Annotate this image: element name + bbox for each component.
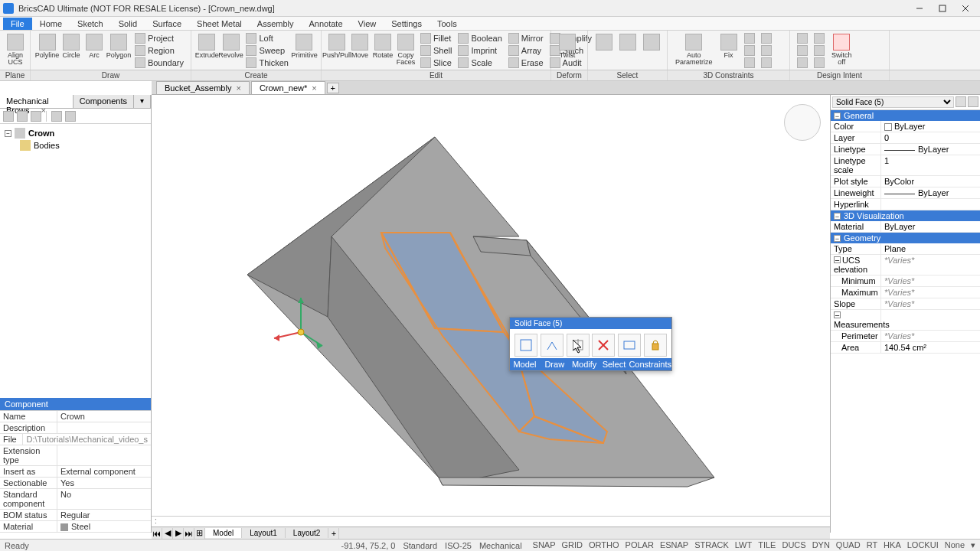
tb-icon-3[interactable] (31, 111, 41, 122)
prop-ext-type[interactable] (57, 445, 151, 465)
align-ucs-button[interactable]: Align UCS (5, 32, 26, 67)
polygon-button[interactable]: Polygon (106, 32, 131, 60)
expander-icon[interactable]: − (5, 130, 11, 137)
layout-tab-1[interactable]: Layout1 (242, 528, 286, 538)
quad-tab-constraints[interactable]: Constraints (629, 358, 671, 370)
menu-sketch[interactable]: Sketch (70, 18, 111, 30)
toggle-polar[interactable]: POLAR (626, 540, 654, 550)
switch-off-button[interactable]: Switch off (828, 32, 855, 67)
section-geometry[interactable]: −Geometry (831, 233, 980, 243)
erase-button[interactable]: Erase (506, 57, 546, 69)
menu-tools[interactable]: Tools (430, 18, 465, 30)
prop-lineweight[interactable]: ByLayer (881, 187, 980, 198)
doc-tab-bucket[interactable]: Bucket_Assembly× (156, 81, 250, 94)
menu-solid[interactable]: Solid (111, 18, 145, 30)
toggle-ducs[interactable]: DUCS (782, 540, 805, 550)
prop-color[interactable]: ByLayer (881, 121, 980, 132)
layout-tab-2[interactable]: Layout2 (286, 528, 329, 538)
toggle-snap[interactable]: SNAP (533, 540, 556, 550)
constraint-6[interactable] (759, 57, 774, 69)
thicken-button[interactable]: Thicken (243, 57, 291, 69)
prop-ltscale[interactable]: 1 (881, 155, 980, 175)
toggle-lockui[interactable]: LOCKUI (907, 540, 939, 550)
mirror-button[interactable]: Mirror (506, 32, 546, 44)
quad-tab-draw[interactable]: Draw (540, 358, 570, 370)
prop-sectionable[interactable]: Yes (57, 478, 151, 488)
close-icon[interactable]: × (236, 83, 240, 93)
sweep-button[interactable]: Sweep (243, 44, 291, 57)
layout-new[interactable]: + (328, 528, 339, 539)
constraint-4[interactable] (759, 32, 774, 44)
quad-delete-button[interactable] (592, 334, 615, 357)
doc-tab-crown[interactable]: Crown_new*× (251, 81, 325, 94)
prop-insert-as[interactable]: External component (57, 466, 151, 477)
scale-button[interactable]: Scale (456, 57, 504, 69)
quad-constraints-button[interactable] (644, 334, 667, 357)
layout-next[interactable]: ▶ (173, 528, 184, 539)
menu-sheetmetal[interactable]: Sheet Metal (189, 18, 250, 30)
intent-2[interactable] (795, 44, 810, 57)
quad-model-button[interactable] (514, 334, 537, 357)
intent-6[interactable] (812, 57, 827, 69)
layout-first[interactable]: ⏮ (152, 528, 162, 539)
shell-button[interactable]: Shell (418, 44, 454, 57)
quad-tab-modify[interactable]: Modify (570, 358, 599, 370)
intent-4[interactable] (812, 32, 827, 44)
toggle-grid[interactable]: GRID (562, 540, 583, 550)
prop-description[interactable] (57, 422, 151, 433)
layout-prev[interactable]: ◀ (162, 528, 173, 539)
primitive-button[interactable]: Primitive (292, 32, 316, 60)
constraint-3[interactable] (742, 57, 757, 69)
region-button[interactable]: Region (132, 44, 186, 57)
revolve-button[interactable]: Revolve (220, 32, 243, 60)
prop-layer[interactable]: 0 (881, 132, 980, 143)
prop-bom-status[interactable]: Regular (57, 510, 151, 520)
toggle-quad[interactable]: QUAD (836, 540, 861, 550)
constraint-2[interactable] (742, 44, 757, 57)
tb-icon-1[interactable] (3, 111, 14, 122)
prop-plotstyle[interactable]: ByColor (881, 176, 980, 187)
close-button[interactable] (954, 1, 977, 16)
array-button[interactable]: Array (506, 44, 546, 57)
viewcube[interactable] (784, 104, 821, 141)
filter-icon[interactable] (956, 96, 966, 107)
section-general[interactable]: −General (831, 110, 980, 121)
select-button-1[interactable] (593, 32, 615, 54)
select-button-2[interactable] (616, 32, 639, 54)
menu-surface[interactable]: Surface (145, 18, 189, 30)
toggle-hka[interactable]: HKA (884, 540, 901, 550)
prop-material[interactable]: Steel (57, 521, 151, 532)
move-button[interactable]: Move (349, 32, 371, 60)
loft-button[interactable]: Loft (243, 32, 291, 44)
tb-icon-2[interactable] (17, 111, 28, 122)
tab-components[interactable]: Components (74, 95, 134, 108)
menu-view[interactable]: View (351, 18, 384, 30)
status-iso[interactable]: ISO-25 (445, 541, 472, 550)
prop-material-viz[interactable]: ByLayer (881, 221, 980, 232)
prop-name[interactable]: Crown (57, 411, 151, 422)
tree-node-bodies[interactable]: Bodies (3, 139, 148, 152)
minimize-button[interactable] (908, 1, 931, 16)
layout-grid[interactable]: ⊞ (194, 528, 205, 539)
toggle-rt[interactable]: RT (867, 540, 877, 550)
constraint-5[interactable] (759, 44, 774, 57)
select-button-3[interactable] (640, 32, 662, 54)
tb-icon-5[interactable] (65, 111, 76, 122)
tab-mechanical-browser[interactable]: Mechanical Brows…× (0, 95, 74, 108)
rotate-button[interactable]: Rotate (372, 32, 394, 60)
toggle-ortho[interactable]: ORTHO (589, 540, 619, 550)
slice-button[interactable]: Slice (418, 57, 454, 69)
menu-assembly[interactable]: Assembly (250, 18, 302, 30)
menu-annotate[interactable]: Annotate (302, 18, 351, 30)
tb-icon-4[interactable] (51, 111, 62, 122)
prop-hyperlink[interactable] (881, 199, 980, 210)
layout-last[interactable]: ⏭ (184, 528, 194, 539)
boundary-button[interactable]: Boundary (132, 57, 186, 69)
intent-5[interactable] (812, 44, 827, 57)
close-icon[interactable]: × (312, 83, 316, 93)
intent-1[interactable] (795, 32, 810, 44)
menu-settings[interactable]: Settings (384, 18, 430, 30)
status-workspace[interactable]: Mechanical (479, 541, 522, 550)
twist-button[interactable]: Twist (556, 32, 579, 60)
command-line[interactable] (152, 516, 830, 527)
